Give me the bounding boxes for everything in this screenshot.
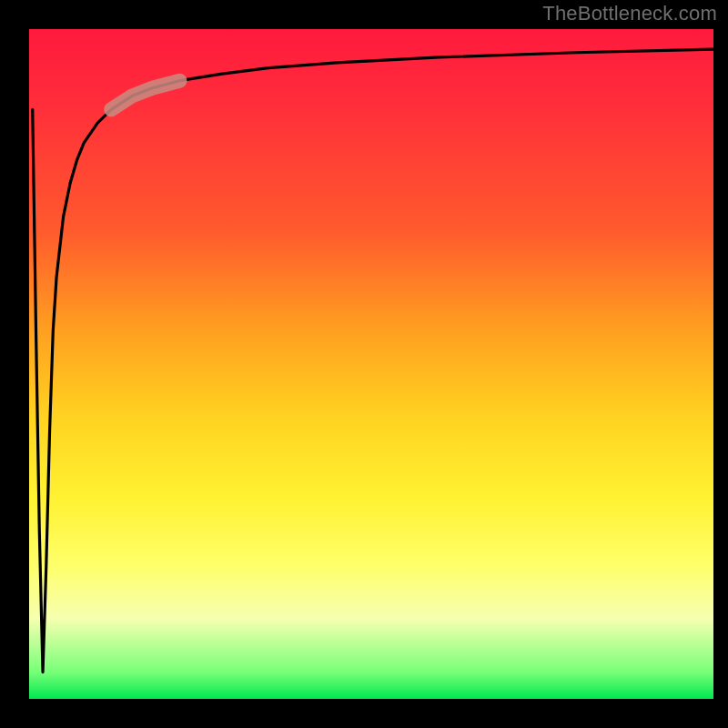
- curve-highlight: [29, 29, 713, 699]
- attribution-text: TheBottleneck.com: [542, 2, 717, 25]
- plot-area: [29, 29, 713, 699]
- chart-frame: TheBottleneck.com: [0, 0, 728, 728]
- bottleneck-curve: [29, 29, 713, 699]
